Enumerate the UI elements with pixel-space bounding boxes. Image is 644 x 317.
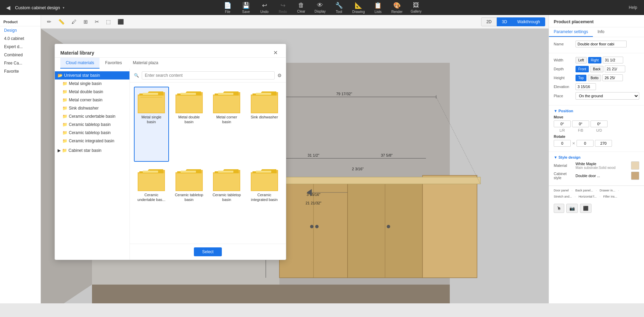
move-fb-input[interactable] xyxy=(572,120,589,127)
file-button[interactable]: 📄 File xyxy=(219,0,236,15)
bottom-bar-horizontal[interactable]: Horizontal f... xyxy=(577,194,598,199)
select-button[interactable]: Select xyxy=(194,247,221,256)
width-input[interactable] xyxy=(603,57,623,63)
rotate-y-input[interactable] xyxy=(577,140,594,147)
product-nav-item[interactable]: Product xyxy=(3,20,18,24)
icon-btn-2[interactable]: 📷 xyxy=(566,204,578,213)
rotate-z-input[interactable] xyxy=(595,140,612,147)
grid-item-label-4: Sink dishwasher xyxy=(251,115,278,119)
style-section-title[interactable]: ▼ Style design xyxy=(554,155,639,159)
grid-item-ceramic-under[interactable]: Ceramic undertable bas... xyxy=(134,164,169,240)
sec-btn-frame[interactable]: ⬚ xyxy=(103,17,113,27)
redo-icon: ↪ xyxy=(280,2,286,9)
bottom-bar-back-panel[interactable]: Back panel... xyxy=(574,188,594,193)
drawing-button[interactable]: 📐 Drawing xyxy=(349,0,368,15)
svg-marker-0 xyxy=(92,285,450,303)
tab-info[interactable]: Info xyxy=(593,27,609,37)
grid-item-metal-single[interactable]: Metal single basin xyxy=(134,87,169,162)
nav-item-combined[interactable]: Combined xyxy=(0,51,41,59)
tree-item-sink[interactable]: 📁 Sink dishwasher xyxy=(55,104,129,112)
panel-title: Product placement xyxy=(549,15,644,27)
search-input[interactable] xyxy=(142,71,275,80)
material-color-swatch[interactable] xyxy=(631,161,639,170)
sec-btn-1[interactable]: ✏ xyxy=(44,17,54,27)
tree-item-ceramic-top-1[interactable]: 📁 Ceramic tabletop basin xyxy=(55,120,129,129)
tab-favorites[interactable]: Favorites xyxy=(99,58,127,69)
tree-item-metal-double[interactable]: 📁 Metal double basin xyxy=(55,88,129,96)
tree-item-metal-single[interactable]: 📁 Metal single basin xyxy=(55,80,129,88)
rotate-x-input[interactable] xyxy=(554,140,571,147)
tree-item-metal-corner[interactable]: 📁 Metal corner basin xyxy=(55,96,129,104)
sec-btn-paint[interactable]: 🖊 xyxy=(69,17,79,26)
display-button[interactable]: 👁 Display xyxy=(311,0,329,15)
sec-btn-shape[interactable]: ⬛ xyxy=(115,17,127,27)
grid-item-ceramic-top-1[interactable]: Ceramic tabletop basin xyxy=(172,164,207,240)
view-2d-button[interactable]: 2D xyxy=(481,17,496,26)
place-select[interactable]: On the ground xyxy=(576,92,639,100)
icon-btn-1[interactable]: 🖱 xyxy=(554,204,564,213)
height-input[interactable] xyxy=(602,74,623,81)
nav-item-expert[interactable]: Expert d... xyxy=(0,43,41,51)
filter-button[interactable]: ⚙ xyxy=(277,73,282,78)
walkthrough-button[interactable]: Walkthrough xyxy=(512,17,545,26)
nav-item-design[interactable]: Design xyxy=(0,26,41,34)
tab-parameter-settings[interactable]: Parameter settings xyxy=(549,27,593,37)
title-dropdown[interactable]: ▾ xyxy=(63,6,64,10)
tree-item-ceramic-int[interactable]: 📁 Ceramic integrated basin xyxy=(55,137,129,145)
lists-button[interactable]: 📋 Lists xyxy=(369,0,386,15)
back-button[interactable]: ◀ xyxy=(3,3,13,12)
material-row: Material White Maple Main substrate:Soli… xyxy=(554,161,639,170)
clear-button[interactable]: 🗑 Clear xyxy=(293,0,310,15)
sec-btn-grid[interactable]: ⊞ xyxy=(81,17,91,27)
svg-rect-63 xyxy=(256,171,271,173)
depth-back-button[interactable]: Back xyxy=(590,66,603,72)
bottom-bar-stretch[interactable]: Stretch and... xyxy=(552,194,573,199)
bottom-bar-drawer[interactable]: Drawer in... xyxy=(598,188,617,193)
render-button[interactable]: 🎨 Render xyxy=(388,0,406,15)
depth-input[interactable] xyxy=(605,66,625,72)
move-lr-input[interactable] xyxy=(554,120,571,127)
tool-button[interactable]: 🔧 Tool xyxy=(331,0,348,15)
name-input[interactable] xyxy=(576,41,627,47)
tab-material-plaza[interactable]: Material plaza xyxy=(127,58,164,69)
icon-btn-3[interactable]: ⬛ xyxy=(580,204,592,213)
help-button[interactable]: Help xyxy=(625,4,641,11)
nav-item-free[interactable]: Free Ca... xyxy=(0,59,41,67)
undo-button[interactable]: ↩ Undo xyxy=(256,0,273,15)
position-section-title[interactable]: ▼ Position xyxy=(554,109,639,113)
height-bottom-button[interactable]: Botto xyxy=(588,75,601,81)
tree-item-cabinet[interactable]: ▶ 📁 Cabinet star basin xyxy=(55,146,129,155)
dialog-close-button[interactable]: ✕ xyxy=(271,48,280,57)
panel-name-section: Name xyxy=(549,37,644,53)
grid-item-ceramic-top-2[interactable]: Ceramic tabletop basin xyxy=(209,164,244,240)
gallery-button[interactable]: 🖼 Gallery xyxy=(407,0,425,15)
bottom-bar-door-panel[interactable]: Door panel xyxy=(552,188,570,193)
view-3d-button[interactable]: 3D xyxy=(497,17,512,26)
grid-item-metal-double[interactable]: Metal double basin xyxy=(172,87,207,162)
width-left-button[interactable]: Left xyxy=(576,57,587,63)
rotate-x-suffix: ✕ xyxy=(572,141,575,146)
nav-item-4cabinet[interactable]: 4.0 cabinet xyxy=(0,34,41,43)
sec-btn-scissors[interactable]: ✂ xyxy=(92,17,102,27)
bottom-bar-filler[interactable]: Filler ins... xyxy=(602,194,618,199)
grid-item-metal-corner[interactable]: Metal corner basin xyxy=(209,87,244,162)
tree-item-ceramic-top-2[interactable]: 📁 Ceramic tabletop basin xyxy=(55,129,129,137)
cabinet-style-value: Double door ... xyxy=(576,174,630,178)
file-icon: 📄 xyxy=(224,2,231,9)
width-right-button[interactable]: Right xyxy=(588,57,601,63)
save-button[interactable]: 💾 Save xyxy=(237,0,255,15)
svg-rect-51 xyxy=(143,171,158,173)
elevation-input[interactable] xyxy=(576,83,596,90)
redo-button[interactable]: ↪ Redo xyxy=(274,0,291,15)
tab-cloud-materials[interactable]: Cloud materials xyxy=(60,58,99,69)
sec-btn-2[interactable]: 📏 xyxy=(56,17,67,27)
tree-item-ceramic-under[interactable]: 📁 Ceramic undertable basin xyxy=(55,112,129,120)
move-ud-input[interactable] xyxy=(591,120,608,127)
height-top-button[interactable]: Top xyxy=(576,75,586,81)
nav-item-favorite[interactable]: Favorite xyxy=(0,67,41,75)
grid-item-sink[interactable]: Sink dishwasher xyxy=(247,87,282,162)
grid-item-ceramic-int[interactable]: Ceramic integrated basin xyxy=(247,164,282,240)
depth-front-button[interactable]: Front xyxy=(576,66,589,72)
tree-item-universal[interactable]: 📂 Universal star basin xyxy=(55,71,129,80)
cabinet-style-swatch[interactable] xyxy=(631,172,639,180)
